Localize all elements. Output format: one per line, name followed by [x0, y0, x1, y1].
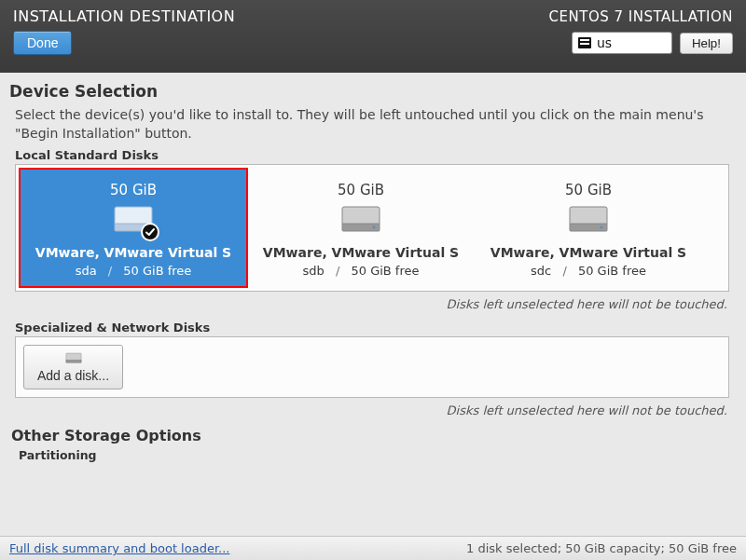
disk-detail: sda / 50 GiB free [23, 264, 243, 278]
disk-free: 50 GiB free [578, 264, 646, 278]
checkmark-icon [141, 223, 159, 241]
device-selection-description: Select the device(s) you'd like to insta… [15, 106, 729, 143]
done-button[interactable]: Done [13, 31, 72, 55]
local-disks-frame: 50 GiB VMware, VMware Virtual S sda / 50… [15, 164, 729, 292]
svg-rect-9 [65, 353, 80, 361]
disk-card-sdc[interactable]: 50 GiB VMware, VMware Virtual S sdc / 50… [475, 169, 702, 287]
disk-name: VMware, VMware Virtual S [23, 245, 243, 260]
add-disk-button[interactable]: Add a disk... [23, 345, 123, 389]
keyboard-icon [578, 37, 591, 48]
network-disks-label: Specialized & Network Disks [15, 321, 729, 335]
disk-free: 50 GiB free [351, 264, 419, 278]
svg-point-5 [373, 226, 376, 229]
svg-rect-6 [570, 207, 607, 225]
network-disks-frame: Add a disk... [15, 336, 729, 398]
disk-card-sda[interactable]: 50 GiB VMware, VMware Virtual S sda / 50… [20, 169, 247, 287]
bottom-bar: Full disk summary and boot loader... 1 d… [0, 536, 746, 560]
partitioning-label: Partitioning [19, 448, 725, 462]
local-disks-label: Local Standard Disks [15, 148, 729, 162]
disk-dev: sdc [531, 264, 551, 278]
other-storage-heading: Other Storage Options [11, 427, 733, 444]
local-disks-hint: Disks left unselected here will not be t… [9, 297, 727, 311]
installer-title: CENTOS 7 INSTALLATION [549, 8, 733, 25]
keyboard-layout-label: us [597, 35, 612, 50]
disk-summary-link[interactable]: Full disk summary and boot loader... [9, 541, 229, 555]
top-bar: INSTALLATION DESTINATION CENTOS 7 INSTAL… [0, 0, 746, 73]
svg-rect-3 [342, 207, 380, 225]
network-disks-hint: Disks left unselected here will not be t… [9, 403, 727, 417]
keyboard-layout-selector[interactable]: us [572, 32, 672, 54]
disk-name: VMware, VMware Virtual S [251, 245, 471, 260]
svg-point-8 [601, 226, 603, 229]
svg-point-11 [78, 362, 79, 362]
help-button[interactable]: Help! [680, 33, 733, 54]
hard-disk-icon [340, 204, 381, 234]
disk-detail: sdc / 50 GiB free [478, 264, 698, 278]
disk-card-sdb[interactable]: 50 GiB VMware, VMware Virtual S sdb / 50… [247, 169, 475, 287]
disk-size: 50 GiB [23, 182, 243, 198]
disk-size: 50 GiB [251, 182, 471, 198]
disk-dev: sda [76, 264, 97, 278]
content-area: Device Selection Select the device(s) yo… [0, 73, 746, 536]
hard-disk-icon [568, 204, 609, 234]
add-disk-label: Add a disk... [37, 368, 109, 383]
disk-detail: sdb / 50 GiB free [251, 264, 471, 278]
disk-icon [65, 351, 82, 364]
device-selection-heading: Device Selection [9, 82, 735, 101]
disk-dev: sdb [303, 264, 325, 278]
disk-free: 50 GiB free [123, 264, 191, 278]
disk-size: 50 GiB [478, 182, 698, 198]
disk-name: VMware, VMware Virtual S [478, 245, 698, 260]
disk-status-text: 1 disk selected; 50 GiB capacity; 50 GiB… [466, 541, 737, 555]
page-title: INSTALLATION DESTINATION [13, 7, 235, 25]
